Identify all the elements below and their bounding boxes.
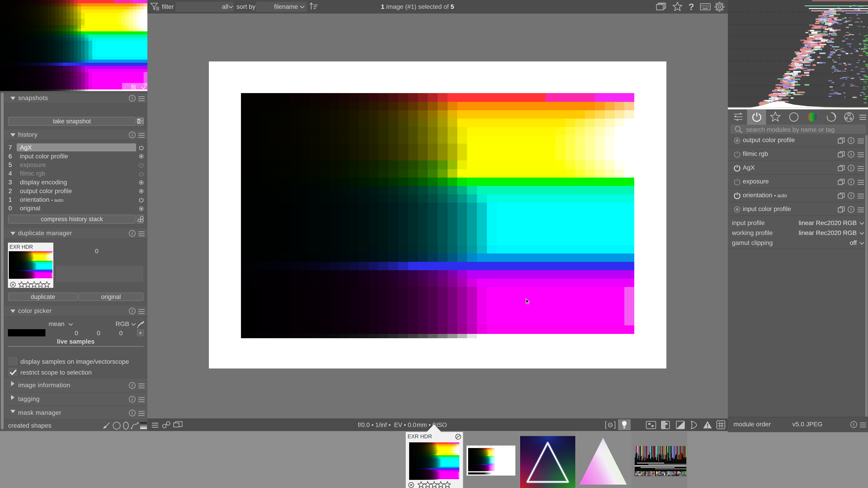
- svg-text:Y: Y: [141, 119, 143, 124]
- svg-text:X: X: [137, 119, 140, 124]
